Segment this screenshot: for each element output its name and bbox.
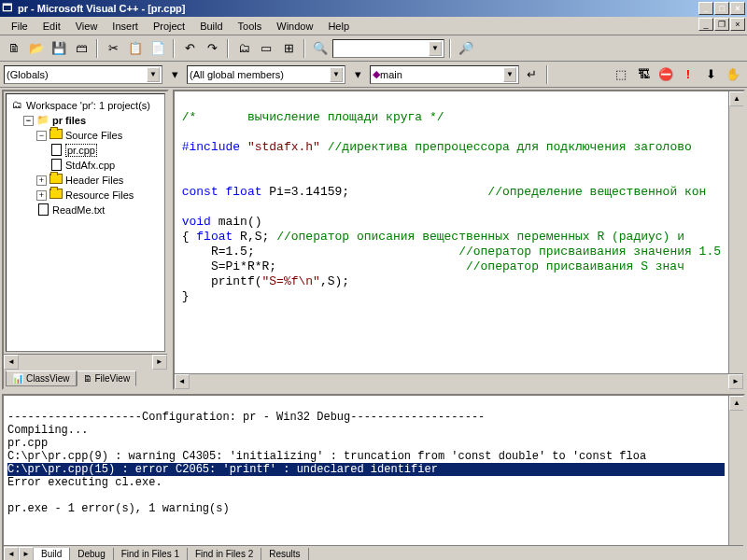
cpp-file-icon	[49, 144, 63, 157]
scope-action-button[interactable]: ▾	[164, 64, 185, 85]
output-text[interactable]: --------------------Configuration: pr - …	[4, 396, 728, 545]
folder-icon	[49, 129, 63, 142]
tree-file-stdafx[interactable]: StdAfx.cpp	[10, 158, 161, 173]
wizard-toolbar: (Globals)▼ ▾ (All global members)▼ ▾ ◆ m…	[0, 62, 747, 88]
redo-button[interactable]: ↷	[202, 38, 222, 59]
compile-button[interactable]: ⬚	[611, 64, 631, 85]
workspace-button[interactable]: 🗂	[233, 38, 254, 59]
tree-file-prcpp[interactable]: pr.cpp	[10, 143, 161, 158]
minimize-button[interactable]: _	[698, 2, 713, 15]
output-tab-find2[interactable]: Find in Files 2	[188, 548, 261, 560]
expand-icon[interactable]: +	[36, 190, 47, 201]
output-button[interactable]: ▭	[256, 38, 276, 59]
output-tab-build[interactable]: Build	[34, 548, 70, 560]
code-area[interactable]: /* вычисление площади круга */ #include …	[175, 91, 728, 373]
function-combo[interactable]: ◆ main▼	[370, 65, 519, 84]
editor-scrollbar-h[interactable]: ◄►	[175, 373, 743, 388]
build-button[interactable]: 🏗	[633, 64, 654, 85]
output-tab-results[interactable]: Results	[261, 548, 308, 560]
tree-source-folder[interactable]: −Source Files	[10, 128, 161, 143]
workspace-icon: 🗂	[10, 99, 23, 112]
menu-view[interactable]: View	[68, 19, 106, 34]
step-button[interactable]: ✋	[723, 64, 743, 85]
tree-header-folder[interactable]: +Header Files	[10, 173, 161, 188]
cut-button[interactable]: ✂	[103, 38, 123, 59]
mdi-close-button[interactable]: ×	[730, 18, 745, 31]
menu-help[interactable]: Help	[320, 19, 357, 34]
class-icon: 📊	[12, 373, 23, 384]
workspace-tabs: 📊ClassView 🗎FileView	[4, 369, 167, 388]
menu-build[interactable]: Build	[192, 19, 230, 34]
close-button[interactable]: ×	[730, 2, 745, 15]
go-debug-button[interactable]: ⬇	[700, 64, 721, 85]
search-button[interactable]: 🔎	[456, 38, 476, 59]
mdi-restore-button[interactable]: ❐	[714, 18, 729, 31]
title-bar: 🗔 pr - Microsoft Visual C++ - [pr.cpp] _…	[0, 0, 747, 17]
menu-insert[interactable]: Insert	[105, 19, 146, 34]
dropdown-arrow-icon[interactable]: ▼	[147, 67, 160, 82]
stop-build-button[interactable]: ⛔	[655, 64, 676, 85]
work-area: 🗂Workspace 'pr': 1 project(s) −📁pr files…	[0, 88, 747, 392]
tree-resource-folder[interactable]: +Resource Files	[10, 188, 161, 203]
members-action-button[interactable]: ▾	[347, 64, 368, 85]
save-all-button[interactable]: 🗃	[71, 38, 92, 59]
standard-toolbar: 🗎 📂 💾 🗃 ✂ 📋 📄 ↶ ↷ 🗂 ▭ ⊞ 🔍 ▼ 🔎	[0, 35, 747, 62]
workspace-tree[interactable]: 🗂Workspace 'pr': 1 project(s) −📁pr files…	[6, 93, 165, 352]
tab-scroll-right[interactable]: ►	[19, 547, 34, 561]
app-icon: 🗔	[2, 2, 15, 15]
open-button[interactable]: 📂	[26, 38, 47, 59]
menu-tools[interactable]: Tools	[231, 19, 270, 34]
collapse-icon[interactable]: −	[36, 131, 47, 141]
selected-error-line[interactable]: C:\pr\pr.cpp(15) : error C2065: 'printf'…	[7, 463, 725, 476]
tree-scrollbar-h[interactable]: ◄►	[4, 354, 167, 369]
tree-project[interactable]: −📁pr files	[10, 113, 161, 128]
folder-icon	[49, 189, 63, 202]
workspace-panel: 🗂Workspace 'pr': 1 project(s) −📁pr files…	[2, 90, 169, 390]
maximize-button[interactable]: □	[714, 2, 729, 15]
save-button[interactable]: 💾	[49, 38, 69, 59]
output-tabs: ◄ ► Build Debug Find in Files 1 Find in …	[4, 545, 743, 560]
expand-icon[interactable]: +	[36, 175, 47, 186]
menu-edit[interactable]: Edit	[35, 19, 68, 34]
tab-fileview[interactable]: 🗎FileView	[77, 371, 137, 386]
folder-icon	[49, 174, 63, 187]
txt-file-icon	[36, 203, 49, 217]
output-scrollbar-v[interactable]: ▲	[728, 396, 743, 545]
dropdown-arrow-icon[interactable]: ▼	[429, 41, 442, 56]
tree-workspace-root[interactable]: 🗂Workspace 'pr': 1 project(s)	[10, 98, 161, 113]
editor-scrollbar-v[interactable]: ▲	[728, 91, 743, 373]
window-title: pr - Microsoft Visual C++ - [pr.cpp]	[18, 3, 186, 14]
execute-button[interactable]: !	[678, 64, 698, 85]
tab-classview[interactable]: 📊ClassView	[6, 371, 77, 386]
menu-project[interactable]: Project	[146, 19, 192, 34]
find-in-files-button[interactable]: 🔍	[310, 38, 331, 59]
windows-button[interactable]: ⊞	[278, 38, 299, 59]
output-panel: --------------------Configuration: pr - …	[2, 394, 745, 560]
members-combo[interactable]: (All global members)▼	[187, 65, 345, 84]
cpp-file-icon	[49, 159, 63, 172]
mdi-minimize-button[interactable]: _	[698, 18, 713, 31]
scope-combo[interactable]: (Globals)▼	[4, 65, 162, 84]
tab-scroll-left[interactable]: ◄	[4, 547, 19, 561]
find-combo[interactable]: ▼	[332, 39, 444, 58]
go-button[interactable]: ↵	[521, 64, 542, 85]
tree-file-readme[interactable]: ReadMe.txt	[10, 203, 161, 217]
output-tab-find1[interactable]: Find in Files 1	[114, 548, 188, 560]
project-icon: 📁	[36, 114, 49, 127]
new-button[interactable]: 🗎	[4, 38, 24, 59]
undo-button[interactable]: ↶	[179, 38, 200, 59]
copy-button[interactable]: 📋	[125, 38, 146, 59]
dropdown-arrow-icon[interactable]: ▼	[503, 67, 516, 82]
output-tab-debug[interactable]: Debug	[70, 548, 113, 560]
code-editor[interactable]: /* вычисление площади круга */ #include …	[173, 90, 745, 390]
menu-file[interactable]: File	[4, 19, 35, 34]
dropdown-arrow-icon[interactable]: ▼	[330, 67, 343, 82]
window-buttons: _ □ ×	[698, 2, 745, 15]
collapse-icon[interactable]: −	[23, 116, 34, 126]
paste-button[interactable]: 📄	[148, 38, 168, 59]
menu-window[interactable]: Window	[269, 19, 320, 34]
file-icon: 🗎	[83, 373, 92, 384]
menu-bar: File Edit View Insert Project Build Tool…	[0, 17, 747, 35]
